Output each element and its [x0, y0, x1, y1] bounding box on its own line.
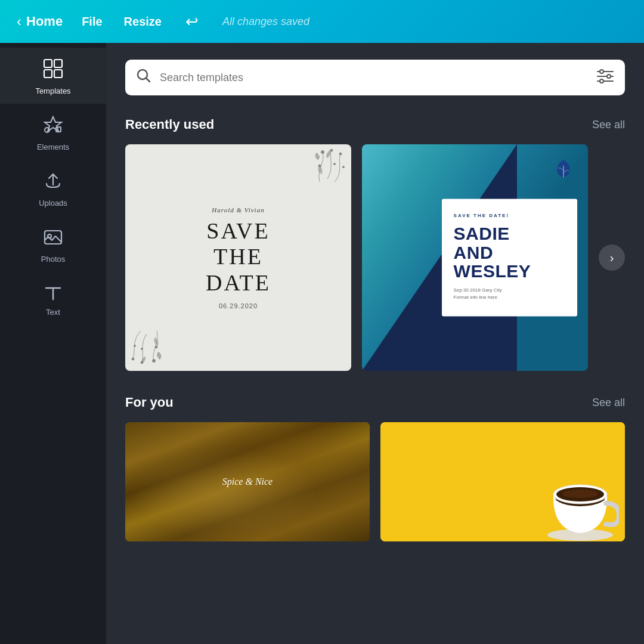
home-back-button[interactable]: ‹ Home: [17, 13, 63, 30]
for-you-row: Spice & Nice: [125, 422, 625, 541]
card2-names: SADIE AND WESLEY: [454, 224, 565, 281]
svg-point-23: [132, 358, 134, 360]
couple-names: Harold & Vivian: [212, 206, 264, 214]
main-layout: Templates Elements Uploads: [0, 43, 644, 644]
home-label: Home: [26, 14, 63, 29]
template-card-save-date[interactable]: Harold & Vivian SAVE THE DATE 06.29.2020: [125, 144, 351, 371]
sidebar-photos-label: Photos: [41, 255, 65, 264]
content-panel: Recently used See all: [106, 43, 644, 644]
svg-rect-3: [54, 70, 62, 78]
svg-point-31: [562, 490, 598, 498]
file-menu-button[interactable]: File: [82, 15, 102, 29]
sidebar-elements-label: Elements: [37, 143, 69, 151]
svg-point-25: [141, 348, 143, 350]
sidebar-uploads-label: Uploads: [39, 199, 67, 208]
sidebar-item-photos[interactable]: Photos: [0, 216, 106, 272]
sidebar-templates-label: Templates: [35, 86, 70, 95]
sidebar-text-label: Text: [46, 308, 60, 317]
template-card-sadie-wesley[interactable]: SAVE THE DATE! SADIE AND WESLEY Sep 30 2…: [362, 144, 588, 371]
template-card-yellow[interactable]: [380, 422, 625, 541]
svg-point-12: [607, 75, 611, 78]
svg-point-24: [155, 346, 157, 348]
uploads-icon: [43, 171, 63, 194]
elements-icon: [43, 114, 63, 138]
template-card-food[interactable]: Spice & Nice: [125, 422, 370, 541]
search-input[interactable]: [160, 72, 588, 84]
floral-decoration-bottom: [130, 304, 202, 366]
sidebar-item-uploads[interactable]: Uploads: [0, 160, 106, 216]
text-icon: [43, 283, 63, 303]
for-you-see-all[interactable]: See all: [592, 397, 625, 409]
sidebar: Templates Elements Uploads: [0, 43, 106, 644]
coffee-cup: [541, 459, 619, 541]
photos-icon: [43, 227, 63, 250]
search-bar: [125, 60, 625, 95]
recently-used-title: Recently used: [125, 117, 214, 132]
svg-rect-0: [44, 60, 52, 67]
templates-icon: [43, 58, 63, 82]
svg-point-26: [134, 345, 136, 347]
sidebar-item-elements[interactable]: Elements: [0, 104, 106, 160]
save-status-text: All changes saved: [222, 16, 309, 28]
for-you-title: For you: [125, 395, 174, 410]
card2-white-box: SAVE THE DATE! SADIE AND WESLEY Sep 30 2…: [442, 199, 577, 316]
for-you-header: For you See all: [125, 395, 625, 410]
card2-details: Sep 30 2018 Gary City Format info line h…: [454, 287, 565, 302]
resize-menu-button[interactable]: Resize: [124, 15, 162, 29]
filter-icon[interactable]: [596, 69, 614, 86]
svg-point-10: [600, 70, 603, 73]
food-title: Spice & Nice: [222, 476, 273, 487]
recently-used-see-all[interactable]: See all: [592, 119, 625, 131]
sidebar-item-templates[interactable]: Templates: [0, 48, 106, 104]
sidebar-item-text[interactable]: Text: [0, 272, 106, 325]
svg-rect-2: [44, 70, 52, 78]
top-nav: File Resize: [82, 15, 162, 29]
svg-rect-1: [54, 60, 62, 67]
svg-point-14: [600, 79, 603, 83]
undo-button[interactable]: ↩: [185, 13, 199, 31]
search-icon: [136, 68, 151, 87]
leaf-icon: [553, 159, 574, 181]
carousel-next-button[interactable]: ›: [599, 244, 625, 271]
save-date-date: 06.29.2020: [219, 302, 258, 309]
top-bar: ‹ Home File Resize ↩ All changes saved: [0, 0, 644, 43]
card2-save-text: SAVE THE DATE!: [454, 213, 565, 218]
recently-used-row: Harold & Vivian SAVE THE DATE 06.29.2020: [125, 144, 625, 371]
save-date-title: SAVE THE DATE: [206, 218, 271, 296]
back-chevron-icon: ‹: [17, 13, 21, 30]
svg-point-21: [153, 360, 156, 363]
recently-used-header: Recently used See all: [125, 117, 625, 132]
